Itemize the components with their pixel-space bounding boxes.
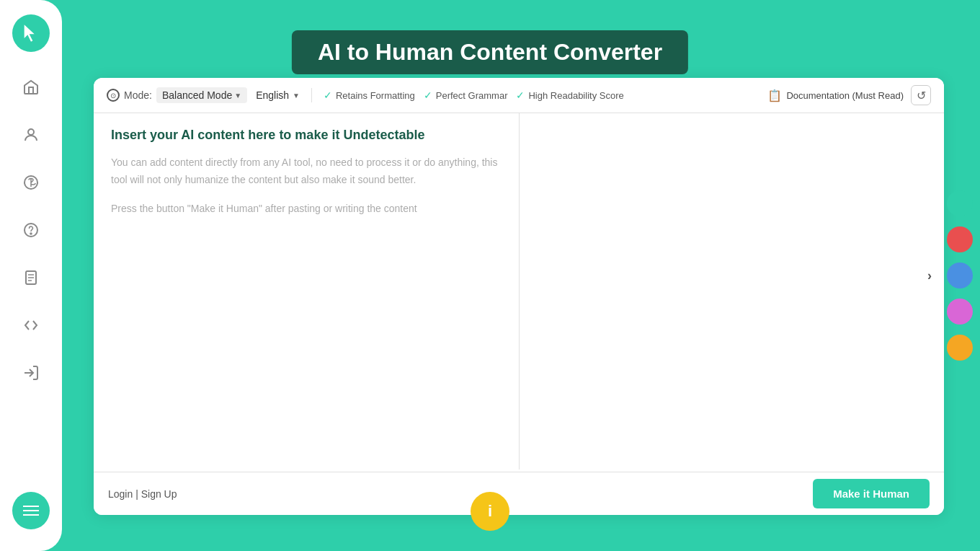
doc-icon: 📋 — [767, 89, 782, 102]
perfect-grammar-badge: ✓ Perfect Grammar — [424, 89, 508, 101]
main-panel: ⊙ Mode: Balanced Mode ▼ English ▼ ✓ Reta… — [94, 78, 944, 515]
refresh-button[interactable]: ↺ — [911, 85, 931, 105]
green-circle-btn[interactable] — [947, 190, 973, 216]
expand-arrow[interactable]: › — [919, 265, 940, 286]
svg-point-3 — [30, 233, 32, 234]
sidebar-item-documents[interactable] — [17, 264, 45, 291]
cursor-icon — [21, 23, 41, 43]
home-icon — [22, 79, 40, 96]
red-circle-btn[interactable] — [947, 226, 973, 252]
pink-circle-btn[interactable] — [947, 299, 973, 325]
sidebar-item-user[interactable] — [17, 121, 45, 149]
code-icon — [22, 317, 40, 334]
readability-badge: ✓ High Readability Score — [516, 89, 623, 101]
editor-area: Insert your AI content here to make it U… — [94, 113, 944, 470]
check-icon-1: ✓ — [324, 89, 332, 101]
login-icon — [22, 364, 40, 382]
check-icon-2: ✓ — [424, 89, 432, 101]
refresh-icon: ↺ — [917, 89, 926, 102]
toolbar: ⊙ Mode: Balanced Mode ▼ English ▼ ✓ Reta… — [94, 78, 944, 113]
language-label: English — [256, 89, 289, 101]
page-title: AI to Human Content Converter — [318, 39, 662, 66]
toolbar-divider-1 — [311, 88, 312, 102]
document-icon — [22, 269, 40, 286]
blue-circle-btn[interactable] — [947, 263, 973, 288]
input-placeholder-title: Insert your AI content here to make it U… — [111, 128, 502, 143]
perfect-grammar-label: Perfect Grammar — [436, 90, 508, 101]
check-icon-3: ✓ — [516, 89, 525, 101]
menu-button[interactable] — [12, 492, 50, 529]
mode-chevron-icon: ▼ — [234, 92, 241, 100]
input-placeholder-line2: Press the button "Make it Human" after p… — [111, 200, 502, 218]
input-placeholder-line1: You can add content directly from any AI… — [111, 154, 502, 189]
info-icon: i — [488, 502, 492, 521]
mode-value-label: Balanced Mode — [162, 89, 232, 101]
language-selector[interactable]: English ▼ — [256, 89, 300, 101]
sidebar-bottom — [12, 492, 50, 529]
bottom-bar: Login | Sign Up Make it Human — [94, 472, 944, 515]
mode-prefix-label: Mode: — [124, 89, 152, 101]
login-link[interactable]: Login — [108, 488, 133, 500]
retains-formatting-badge: ✓ Retains Formatting — [324, 89, 415, 101]
documentation-link[interactable]: 📋 Documentation (Must Read) — [767, 89, 904, 102]
doc-link-label: Documentation (Must Read) — [786, 90, 904, 101]
help-icon — [22, 221, 40, 239]
sidebar-item-home[interactable] — [17, 74, 45, 101]
sidebar-item-login[interactable] — [17, 359, 45, 387]
mode-icon: ⊙ — [107, 89, 120, 102]
mode-dropdown[interactable]: Balanced Mode ▼ — [156, 87, 247, 103]
sidebar-item-help[interactable] — [17, 216, 45, 244]
output-panel — [520, 113, 945, 470]
dollar-icon — [22, 174, 40, 191]
sidebar-item-billing[interactable] — [17, 169, 45, 196]
orange-circle-btn[interactable] — [947, 335, 973, 361]
mode-selector: ⊙ Mode: Balanced Mode ▼ — [107, 87, 247, 103]
page-title-box: AI to Human Content Converter — [292, 30, 688, 74]
sidebar-item-code[interactable] — [17, 312, 45, 339]
signup-link[interactable]: Sign Up — [141, 488, 177, 500]
page-title-wrapper: AI to Human Content Converter — [292, 30, 688, 74]
sidebar — [0, 0, 62, 551]
sidebar-logo[interactable] — [12, 14, 50, 52]
retains-formatting-label: Retains Formatting — [336, 90, 415, 101]
right-panel — [947, 190, 973, 361]
separator: | — [135, 488, 141, 500]
input-panel[interactable]: Insert your AI content here to make it U… — [94, 113, 520, 470]
user-icon — [22, 126, 40, 144]
sidebar-nav — [17, 74, 45, 492]
info-button[interactable]: i — [471, 492, 509, 531]
readability-label: High Readability Score — [528, 90, 623, 101]
toolbar-right: 📋 Documentation (Must Read) ↺ — [767, 85, 931, 105]
language-chevron-icon: ▼ — [293, 92, 300, 100]
svg-point-0 — [28, 129, 34, 135]
auth-links: Login | Sign Up — [108, 488, 177, 500]
make-it-human-button[interactable]: Make it Human — [813, 479, 930, 508]
